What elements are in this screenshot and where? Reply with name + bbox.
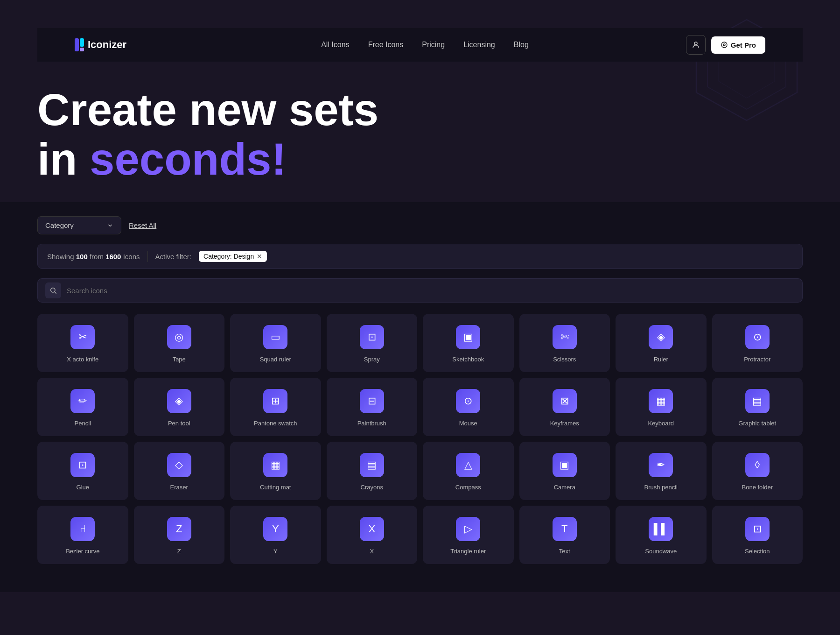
icon-card[interactable]: ⊡ Glue [37, 442, 128, 500]
icon-card[interactable]: ✒ Brush pencil [616, 442, 707, 500]
icon-card[interactable]: ⊙ Protractor [712, 314, 803, 372]
icon-label: Y [273, 548, 278, 556]
active-filter-label: Active filter: [155, 253, 192, 261]
category-dropdown[interactable]: Category [37, 216, 121, 234]
search-icon [49, 287, 57, 294]
icon-box: ⊙ [745, 325, 770, 349]
icon-card[interactable]: ▤ Crayons [327, 442, 418, 500]
icon-box: ▌▌ [649, 517, 673, 541]
icon-box: ▭ [263, 325, 287, 349]
icon-box: ⊠ [553, 389, 577, 413]
icon-box: Y [263, 517, 287, 541]
icon-card[interactable]: ✏ Pencil [37, 378, 128, 436]
icon-card[interactable]: X X [327, 506, 418, 564]
icon-label: Z [177, 548, 181, 556]
svg-point-6 [694, 42, 697, 45]
filter-tag-close[interactable]: ✕ [257, 253, 262, 260]
nav-actions: Get Pro [686, 35, 765, 55]
icon-card[interactable]: ◇ Eraser [134, 442, 225, 500]
icon-label: Scissors [553, 356, 576, 364]
icon-label: Keyframes [550, 420, 579, 428]
icon-card[interactable]: Z Z [134, 506, 225, 564]
nav-all-icons[interactable]: All Icons [321, 41, 349, 49]
icon-label: Glue [77, 484, 89, 492]
icon-label: Cutting mat [260, 484, 291, 492]
icon-label: Bezier curve [66, 548, 99, 556]
icon-card[interactable]: ▷ Triangle ruler [423, 506, 514, 564]
icon-card[interactable]: ◎ Tape [134, 314, 225, 372]
icon-card[interactable]: ⑁ Bezier curve [37, 506, 128, 564]
icon-label: Squad ruler [260, 356, 291, 364]
icon-card[interactable]: ◊ Bone folder [712, 442, 803, 500]
icon-label: Eraser [170, 484, 188, 492]
icon-card[interactable]: Y Y [230, 506, 321, 564]
navbar: Iconizer All Icons Free Icons Pricing Li… [37, 28, 803, 62]
reset-all-button[interactable]: Reset All [129, 221, 156, 229]
pro-icon [721, 41, 728, 49]
nav-pricing[interactable]: Pricing [422, 41, 445, 49]
icon-label: Brush pencil [644, 484, 678, 492]
icon-card[interactable]: ▦ Keyboard [616, 378, 707, 436]
icon-card[interactable]: ▤ Graphic tablet [712, 378, 803, 436]
icon-label: Bone folder [742, 484, 773, 492]
icon-box: ⊡ [360, 325, 384, 349]
icon-box: ▷ [456, 517, 480, 541]
icon-card[interactable]: T Text [519, 506, 610, 564]
icon-card[interactable]: △ Compass [423, 442, 514, 500]
chevron-down-icon [107, 222, 113, 229]
icon-label: Crayons [361, 484, 383, 492]
icon-label: Sketchbook [452, 356, 484, 364]
filter-bar: Category Reset All [37, 216, 803, 234]
icon-box: ▣ [553, 453, 577, 477]
icon-label: Spray [364, 356, 380, 364]
icon-box: ⊡ [70, 453, 95, 477]
icon-card[interactable]: ▦ Cutting mat [230, 442, 321, 500]
icon-box: △ [456, 453, 480, 477]
icon-label: Selection [745, 548, 770, 556]
icons-grid: ✂ X acto knife ◎ Tape ▭ Squad ruler ⊡ Sp… [37, 314, 803, 564]
icon-label: Ruler [654, 356, 668, 364]
icon-card[interactable]: ▭ Squad ruler [230, 314, 321, 372]
icon-card[interactable]: ⊡ Selection [712, 506, 803, 564]
icon-card[interactable]: ⊞ Pantone swatch [230, 378, 321, 436]
icon-card[interactable]: ✂ X acto knife [37, 314, 128, 372]
svg-rect-4 [80, 38, 84, 47]
filter-tag: Category: Design ✕ [199, 251, 267, 262]
status-divider [147, 251, 148, 262]
nav-licensing[interactable]: Licensing [463, 41, 495, 49]
status-bar: Showing 100 from 1600 Icons Active filte… [37, 244, 803, 269]
icon-label: Keyboard [648, 420, 674, 428]
icon-label: X [370, 548, 374, 556]
nav-links: All Icons Free Icons Pricing Licensing B… [164, 41, 686, 49]
icon-box: ✏ [70, 389, 95, 413]
get-pro-button[interactable]: Get Pro [711, 36, 765, 54]
nav-free-icons[interactable]: Free Icons [368, 41, 404, 49]
icon-box: ▦ [649, 389, 673, 413]
icon-card[interactable]: ⊟ Paintbrush [327, 378, 418, 436]
icon-box: ◈ [167, 389, 191, 413]
icon-box: T [553, 517, 577, 541]
icon-card[interactable]: ◈ Ruler [616, 314, 707, 372]
icon-card[interactable]: ⊡ Spray [327, 314, 418, 372]
search-input[interactable] [67, 287, 795, 295]
icon-label: Camera [554, 484, 575, 492]
icon-card[interactable]: ▌▌ Soundwave [616, 506, 707, 564]
icon-box: ◈ [649, 325, 673, 349]
svg-line-10 [55, 292, 56, 294]
icon-box: ⊞ [263, 389, 287, 413]
icon-label: Graphic tablet [738, 420, 776, 428]
icon-label: Paintbrush [357, 420, 386, 428]
icon-card[interactable]: ▣ Sketchbook [423, 314, 514, 372]
nav-blog[interactable]: Blog [514, 41, 529, 49]
icon-card[interactable]: ⊠ Keyframes [519, 378, 610, 436]
search-icon-button[interactable] [45, 282, 61, 298]
icon-card[interactable]: ◈ Pen tool [134, 378, 225, 436]
icon-box: ⊟ [360, 389, 384, 413]
nav-logo[interactable]: Iconizer [75, 38, 126, 51]
icon-card[interactable]: ⊙ Mouse [423, 378, 514, 436]
icon-label: Soundwave [645, 548, 677, 556]
icon-card[interactable]: ✄ Scissors [519, 314, 610, 372]
icon-box: ▦ [263, 453, 287, 477]
icon-card[interactable]: ▣ Camera [519, 442, 610, 500]
account-button[interactable] [686, 35, 706, 55]
